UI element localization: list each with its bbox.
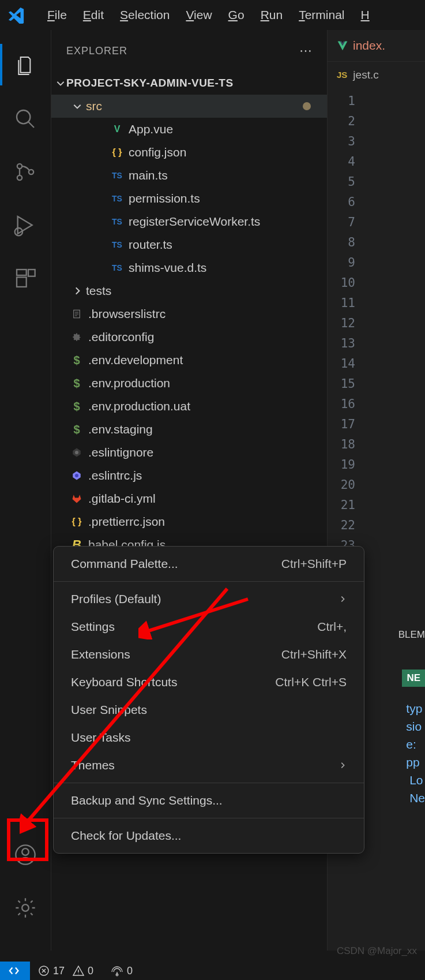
line-number: 2	[333, 111, 355, 132]
file-.eslintrc.js[interactable]: .eslintrc.js	[51, 464, 327, 487]
line-number-gutter: 1234567891011121314151617181920212223	[328, 88, 425, 556]
file-permission.ts[interactable]: TSpermission.ts	[51, 187, 327, 210]
status-warnings[interactable]: 0	[73, 965, 93, 977]
explorer-icon[interactable]	[9, 47, 42, 84]
svg-point-13	[75, 451, 78, 454]
svg-point-1	[17, 164, 22, 169]
menu-file[interactable]: File	[39, 8, 75, 21]
menu-item-check-for-updates-[interactable]: Check for Updates...	[54, 822, 364, 850]
chevron-right-icon	[339, 761, 347, 769]
menu-run[interactable]: Run	[253, 8, 291, 21]
line-number: 15	[333, 374, 355, 394]
vue-file-icon	[337, 40, 348, 51]
line-number: 12	[333, 313, 355, 334]
file-main.ts[interactable]: TSmain.ts	[51, 164, 327, 187]
active-indicator	[0, 44, 2, 85]
menu-item-settings[interactable]: SettingsCtrl+,	[54, 613, 364, 641]
line-number: 21	[333, 495, 355, 515]
file-App.vue[interactable]: VApp.vue	[51, 118, 327, 141]
source-control-icon[interactable]	[9, 154, 42, 190]
status-bar: 17 0 0	[0, 962, 425, 980]
activity-bar	[0, 30, 51, 951]
file-config.json[interactable]: { }config.json	[51, 141, 327, 164]
watermark-text: CSDN @Major_xx	[337, 945, 417, 957]
svg-point-15	[75, 474, 78, 477]
menu-separator	[54, 783, 364, 783]
search-icon[interactable]	[9, 100, 42, 137]
menu-go[interactable]: Go	[220, 8, 253, 21]
file-.env.production.uat[interactable]: $.env.production.uat	[51, 395, 327, 418]
svg-rect-7	[28, 270, 35, 276]
folder-tests[interactable]: tests	[51, 279, 327, 302]
line-number: 22	[333, 515, 355, 536]
menu-item-backup-and-sync-settings-[interactable]: Backup and Sync Settings...	[54, 787, 364, 814]
chevron-right-icon	[72, 286, 86, 296]
editor-tab-index[interactable]: index.	[328, 30, 425, 61]
file-.browserslistrc[interactable]: .browserslistrc	[51, 302, 327, 326]
line-number: 1	[333, 91, 355, 111]
svg-point-10	[22, 904, 29, 911]
code-fragment: typsioe:pp Lo Ne	[406, 700, 425, 807]
menu-item-user-tasks[interactable]: User Tasks	[54, 724, 364, 751]
chevron-down-icon	[72, 101, 86, 111]
line-number: 6	[333, 192, 355, 212]
file-registerServiceWorker.ts[interactable]: TSregisterServiceWorker.ts	[51, 210, 327, 233]
status-errors[interactable]: 17	[38, 965, 65, 977]
chevron-down-icon	[55, 78, 66, 88]
file-shims-vue.d.ts[interactable]: TSshims-vue.d.ts	[51, 256, 327, 279]
outline-tab-fragment[interactable]: NE	[402, 669, 425, 687]
menu-item-keyboard-shortcuts[interactable]: Keyboard ShortcutsCtrl+K Ctrl+S	[54, 668, 364, 696]
file-.env.staging[interactable]: $.env.staging	[51, 418, 327, 441]
file-.gitlab-ci.yml[interactable]: .gitlab-ci.yml	[51, 487, 327, 510]
manage-context-menu: Command Palette...Ctrl+Shift+PProfiles (…	[53, 546, 364, 854]
menu-item-user-snippets[interactable]: User Snippets	[54, 696, 364, 724]
line-number: 18	[333, 435, 355, 455]
editor-tab-jest[interactable]: JS jest.c	[328, 61, 425, 88]
file-router.ts[interactable]: TSrouter.ts	[51, 233, 327, 256]
file-.editorconfig[interactable]: .editorconfig	[51, 326, 327, 349]
svg-rect-6	[17, 270, 27, 275]
menu-view[interactable]: View	[178, 8, 220, 21]
js-file-icon: JS	[337, 70, 347, 80]
line-number: 16	[333, 394, 355, 414]
menu-item-command-palette-[interactable]: Command Palette...Ctrl+Shift+P	[54, 550, 364, 578]
menu-separator	[54, 818, 364, 818]
line-number: 13	[333, 334, 355, 354]
vscode-logo-icon	[5, 3, 28, 27]
project-header[interactable]: PROJECT-SKY-ADMIN-VUE-TS	[51, 72, 327, 95]
annotation-highlight-box	[7, 818, 48, 861]
file-.env.development[interactable]: $.env.development	[51, 349, 327, 372]
file-.eslintignore[interactable]: .eslintignore	[51, 441, 327, 464]
menu-edit[interactable]: Edit	[75, 8, 112, 21]
line-number: 8	[333, 233, 355, 253]
file-.prettierrc.json[interactable]: { }.prettierrc.json	[51, 510, 327, 533]
svg-point-0	[17, 110, 30, 124]
line-number: 14	[333, 354, 355, 374]
menu-item-themes[interactable]: Themes	[54, 751, 364, 779]
problems-tab-fragment[interactable]: BLEM	[398, 629, 425, 641]
line-number: 4	[333, 152, 355, 172]
remote-indicator-icon[interactable]	[0, 962, 30, 980]
menu-selection[interactable]: Selection	[112, 8, 178, 21]
menu-item-extensions[interactable]: ExtensionsCtrl+Shift+X	[54, 641, 364, 668]
line-number: 20	[333, 475, 355, 495]
menu-separator	[54, 581, 364, 582]
run-debug-icon[interactable]	[9, 207, 42, 244]
extensions-icon[interactable]	[9, 260, 42, 297]
sidebar-title: EXPLORER	[66, 45, 127, 57]
menu-item-profiles-default-[interactable]: Profiles (Default)	[54, 585, 364, 613]
line-number: 19	[333, 455, 355, 475]
line-number: 10	[333, 273, 355, 293]
menu-h[interactable]: H	[353, 8, 378, 21]
svg-point-2	[17, 175, 22, 180]
manage-gear-icon[interactable]	[9, 889, 42, 926]
sidebar-more-icon[interactable]: ⋯	[299, 43, 312, 58]
status-ports[interactable]: 0	[111, 965, 133, 977]
menu-terminal[interactable]: Terminal	[291, 8, 352, 21]
line-number: 11	[333, 293, 355, 313]
svg-point-3	[29, 170, 33, 174]
file-.env.production[interactable]: $.env.production	[51, 372, 327, 395]
line-number: 7	[333, 212, 355, 233]
folder-src[interactable]: src	[51, 95, 327, 118]
line-number: 17	[333, 414, 355, 435]
